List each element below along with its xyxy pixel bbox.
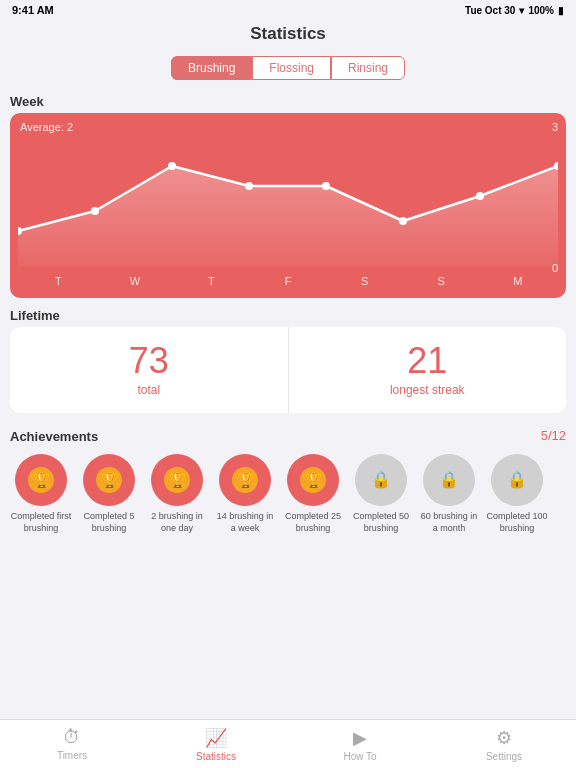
chart-average: Average: 2 [20, 121, 73, 133]
achievement-label-2: 2 brushing in one day [146, 511, 208, 534]
trophy-icon: 🏆 [27, 466, 55, 494]
wifi-icon: ▾ [519, 5, 524, 16]
lock-icon-1: 🔒 [435, 466, 463, 494]
status-time: 9:41 AM [12, 4, 54, 16]
achievements-row: 🏆 Completed first brushing 🏆 Completed 5… [10, 454, 566, 542]
achievement-icon-2: 🏆 [151, 454, 203, 506]
segment-control: Brushing Flossing Rinsing [171, 56, 405, 80]
status-right: Tue Oct 30 ▾ 100% ▮ [465, 5, 564, 16]
segment-flossing[interactable]: Flossing [252, 56, 331, 80]
nav-header: Statistics [0, 20, 576, 52]
tab-howto-label: How To [343, 751, 376, 762]
trophy-icon-2: 🏆 [163, 466, 191, 494]
lifetime-label: Lifetime [10, 308, 566, 323]
page-title: Statistics [0, 24, 576, 44]
main-content: Week Average: 2 3 0 [0, 88, 576, 704]
achievement-icon-3: 🏆 [219, 454, 271, 506]
lock-icon-0: 🔒 [367, 466, 395, 494]
battery-icon: ▮ [558, 5, 564, 16]
tab-settings-label: Settings [486, 751, 522, 762]
chart-day-0: T [20, 275, 97, 287]
chart-day-4: S [326, 275, 403, 287]
chart-max: 3 [552, 121, 558, 133]
svg-point-5 [322, 182, 330, 190]
svg-point-6 [399, 217, 407, 225]
tab-statistics[interactable]: 📈 Statistics [144, 727, 288, 762]
lifetime-total-item: 73 total [10, 327, 289, 413]
svg-text:🔒: 🔒 [439, 470, 459, 489]
svg-text:🏆: 🏆 [101, 472, 119, 489]
svg-point-3 [168, 162, 176, 170]
chart-day-1: W [97, 275, 174, 287]
tab-statistics-label: Statistics [196, 751, 236, 762]
achievement-item-6: 🔒 60 brushing in a month [418, 454, 480, 534]
achievements-count: 5/12 [541, 428, 566, 443]
svg-text:🔒: 🔒 [371, 470, 391, 489]
tab-bar: ⏱ Timers 📈 Statistics ▶ How To ⚙ Setting… [0, 719, 576, 768]
achievement-label-1: Completed 5 brushing [78, 511, 140, 534]
achievement-label-7: Completed 100 brushing [486, 511, 548, 534]
trophy-icon-4: 🏆 [299, 466, 327, 494]
svg-marker-0 [18, 166, 558, 266]
lifetime-streak-label: longest streak [297, 383, 559, 397]
achievement-icon-1: 🏆 [83, 454, 135, 506]
status-bar: 9:41 AM Tue Oct 30 ▾ 100% ▮ [0, 0, 576, 20]
lock-icon-2: 🔒 [503, 466, 531, 494]
svg-point-4 [245, 182, 253, 190]
svg-text:🏆: 🏆 [237, 472, 255, 489]
howto-icon: ▶ [353, 727, 367, 749]
achievement-label-3: 14 brushing in a week [214, 511, 276, 534]
lifetime-streak-item: 21 longest streak [289, 327, 567, 413]
svg-point-7 [476, 192, 484, 200]
chart-day-3: F [250, 275, 327, 287]
tab-howto[interactable]: ▶ How To [288, 727, 432, 762]
lifetime-total-label: total [18, 383, 280, 397]
svg-text:🏆: 🏆 [33, 472, 51, 489]
achievement-item-5: 🔒 Completed 50 brushing [350, 454, 412, 534]
achievement-item-0: 🏆 Completed first brushing [10, 454, 72, 534]
achievements-header: Achievements 5/12 [10, 423, 566, 448]
tab-timers-label: Timers [57, 750, 87, 761]
svg-text:🏆: 🏆 [305, 472, 323, 489]
achievement-item-4: 🏆 Completed 25 brushing [282, 454, 344, 534]
achievement-icon-4: 🏆 [287, 454, 339, 506]
lifetime-card: 73 total 21 longest streak [10, 327, 566, 413]
chart-day-2: T [173, 275, 250, 287]
statistics-icon: 📈 [205, 727, 227, 749]
svg-text:🔒: 🔒 [507, 470, 527, 489]
achievement-icon-5: 🔒 [355, 454, 407, 506]
achievement-label-5: Completed 50 brushing [350, 511, 412, 534]
achievement-item-3: 🏆 14 brushing in a week [214, 454, 276, 534]
achievements-label: Achievements [10, 429, 98, 444]
achievement-icon-0: 🏆 [15, 454, 67, 506]
achievement-label-0: Completed first brushing [10, 511, 72, 534]
tab-timers[interactable]: ⏱ Timers [0, 727, 144, 761]
status-date: Tue Oct 30 [465, 5, 515, 16]
svg-point-2 [91, 207, 99, 215]
trophy-icon-1: 🏆 [95, 466, 123, 494]
settings-icon: ⚙ [496, 727, 512, 749]
achievement-label-6: 60 brushing in a month [418, 511, 480, 534]
tab-settings[interactable]: ⚙ Settings [432, 727, 576, 762]
achievement-icon-7: 🔒 [491, 454, 543, 506]
trophy-icon-3: 🏆 [231, 466, 259, 494]
chart-card: Average: 2 3 0 T [10, 113, 566, 298]
lifetime-streak: 21 [297, 343, 559, 379]
chart-svg [18, 121, 558, 271]
achievement-label-4: Completed 25 brushing [282, 511, 344, 534]
segment-brushing[interactable]: Brushing [171, 56, 252, 80]
battery-label: 100% [528, 5, 554, 16]
chart-day-6: M [479, 275, 556, 287]
chart-min: 0 [552, 262, 558, 274]
timers-icon: ⏱ [63, 727, 81, 748]
achievement-item-2: 🏆 2 brushing in one day [146, 454, 208, 534]
week-label: Week [10, 94, 566, 109]
lifetime-total: 73 [18, 343, 280, 379]
achievement-item-1: 🏆 Completed 5 brushing [78, 454, 140, 534]
chart-days: T W T F S S M [18, 275, 558, 287]
svg-text:🏆: 🏆 [169, 472, 187, 489]
achievement-icon-6: 🔒 [423, 454, 475, 506]
segment-rinsing[interactable]: Rinsing [331, 56, 405, 80]
achievement-item-7: 🔒 Completed 100 brushing [486, 454, 548, 534]
chart-day-5: S [403, 275, 480, 287]
